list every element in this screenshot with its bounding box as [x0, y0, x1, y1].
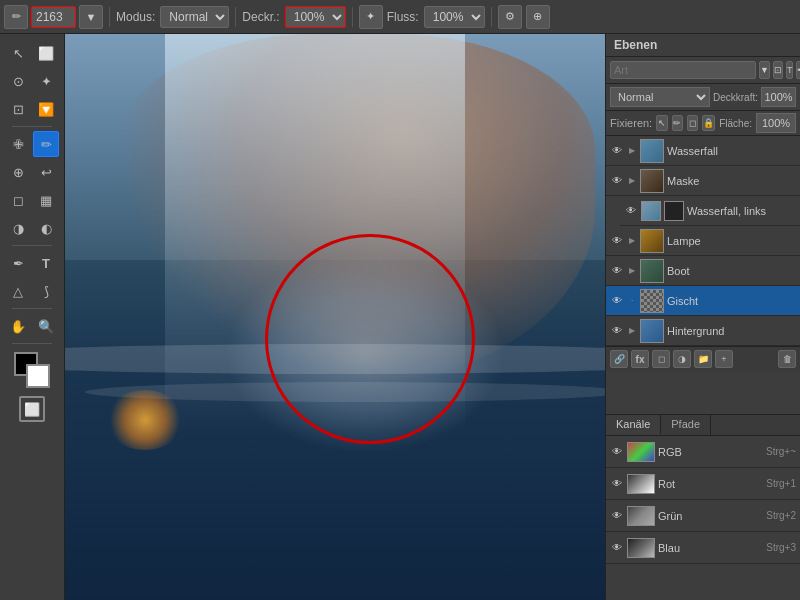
mask-icon[interactable]: ◻ [652, 350, 670, 368]
red-circle-annotation [265, 234, 475, 444]
burn-tool[interactable]: ◐ [33, 215, 59, 241]
adjustment-icon[interactable]: ◑ [673, 350, 691, 368]
brush-icon-btn[interactable]: ✏ [4, 5, 28, 29]
smoothing-btn[interactable]: ⚙ [498, 5, 522, 29]
expand-boot[interactable]: ▶ [627, 266, 637, 276]
channel-row-gruen[interactable]: 👁 Grün Strg+2 [606, 500, 800, 532]
pen-tool[interactable]: ✒ [5, 250, 31, 276]
tool-row-9: △ ⟆ [5, 278, 59, 304]
eye-rot[interactable]: 👁 [610, 477, 624, 491]
tool-row-10: ✋ 🔍 [5, 313, 59, 339]
spot-heal-tool[interactable]: ✙ [5, 131, 31, 157]
thumb-blau [627, 538, 655, 558]
quick-mask-btn[interactable]: ⬜ [19, 396, 45, 422]
search-dropdown-btn[interactable]: ▼ [759, 61, 770, 79]
screen-mode-row: ⬜ [19, 396, 45, 422]
link-icon[interactable]: 🔗 [610, 350, 628, 368]
fix-all-btn[interactable]: 🔒 [702, 115, 715, 131]
fix-position-btn[interactable]: ↖ [656, 115, 667, 131]
layers-search-input[interactable] [610, 61, 756, 79]
sep2 [235, 7, 236, 27]
layer-row-wasserfall-links[interactable]: 👁 Wasserfall, links [620, 196, 800, 226]
brush-tool[interactable]: ✏ [33, 131, 59, 157]
shape-tool[interactable]: △ [5, 278, 31, 304]
tool-row-4: ✙ ✏ [5, 131, 59, 157]
extra-btn[interactable]: ⊕ [526, 5, 550, 29]
layer-row-hintergrund[interactable]: 👁 ▶ Hintergrund [606, 316, 800, 346]
fx-icon[interactable]: fx [631, 350, 649, 368]
airbrush-btn[interactable]: ✦ [359, 5, 383, 29]
dodge-tool[interactable]: ◑ [5, 215, 31, 241]
expand-hintergrund[interactable]: ▶ [627, 326, 637, 336]
hand-tool[interactable]: ✋ [5, 313, 31, 339]
mode-dropdown[interactable]: Normal [160, 6, 229, 28]
expand-wasserfall[interactable]: ▶ [627, 146, 637, 156]
channel-row-blau[interactable]: 👁 Blau Strg+3 [606, 532, 800, 564]
tools-sep-2 [12, 245, 52, 246]
eye-wasserfall-links[interactable]: 👁 [624, 204, 638, 218]
gradient-tool[interactable]: ▦ [33, 187, 59, 213]
fix-transparency-btn[interactable]: ◻ [687, 115, 698, 131]
mode-label: Modus: [116, 10, 155, 24]
layers-icon-btn1[interactable]: ⊡ [773, 61, 783, 79]
layers-icon-btn2[interactable]: T [786, 61, 794, 79]
eye-lampe[interactable]: 👁 [610, 234, 624, 248]
select-tool[interactable]: ⬜ [33, 40, 59, 66]
quick-select-tool[interactable]: ✦ [33, 68, 59, 94]
background-color[interactable] [26, 364, 50, 388]
lasso-tool[interactable]: ⊙ [5, 68, 31, 94]
brush-size-box[interactable]: 2163 [31, 6, 76, 28]
eraser-tool[interactable]: ◻ [5, 187, 31, 213]
crop-tool[interactable]: ⊡ [5, 96, 31, 122]
folder-icon[interactable]: 📁 [694, 350, 712, 368]
layers-blend-mode[interactable]: Normal [610, 87, 710, 107]
eye-wasserfall[interactable]: 👁 [610, 144, 624, 158]
canvas-area[interactable] [65, 34, 605, 600]
tab-pfade[interactable]: Pfade [661, 415, 711, 435]
text-tool[interactable]: T [33, 250, 59, 276]
history-brush-tool[interactable]: ↩ [33, 159, 59, 185]
flow-dropdown[interactable]: 100% [424, 6, 485, 28]
layer-row-maske[interactable]: 👁 ▶ Maske [606, 166, 800, 196]
expand-maske[interactable]: ▶ [627, 176, 637, 186]
layer-row-lampe[interactable]: 👁 ▶ Lampe [606, 226, 800, 256]
channel-name-rgb: RGB [658, 446, 763, 458]
eye-boot[interactable]: 👁 [610, 264, 624, 278]
expand-lampe[interactable]: ▶ [627, 236, 637, 246]
zoom-tool[interactable]: 🔍 [33, 313, 59, 339]
layers-panel: Ebenen ▼ ⊡ T ✒ ⊕ Normal Deckkraft: [606, 34, 800, 415]
move-tool[interactable]: ↖ [5, 40, 31, 66]
path-tool[interactable]: ⟆ [33, 278, 59, 304]
layers-icon-btn3[interactable]: ✒ [796, 61, 800, 79]
layers-search-row: ▼ ⊡ T ✒ ⊕ [606, 57, 800, 84]
channel-row-rgb[interactable]: 👁 RGB Strg+~ [606, 436, 800, 468]
tab-kanale[interactable]: Kanäle [606, 415, 661, 435]
eye-blau[interactable]: 👁 [610, 541, 624, 555]
eye-gischt[interactable]: 👁 [610, 294, 624, 308]
expand-gischt[interactable]: · [627, 296, 637, 306]
new-layer-icon[interactable]: + [715, 350, 733, 368]
tool-row-3: ⊡ 🔽 [5, 96, 59, 122]
flaeche-input[interactable] [756, 113, 796, 133]
eye-gruen[interactable]: 👁 [610, 509, 624, 523]
eyedropper-tool[interactable]: 🔽 [33, 96, 59, 122]
eye-maske[interactable]: 👁 [610, 174, 624, 188]
layer-row-gischt[interactable]: 👁 · Gischt [606, 286, 800, 316]
fix-brush-btn[interactable]: ✏ [672, 115, 683, 131]
channel-row-rot[interactable]: 👁 Rot Strg+1 [606, 468, 800, 500]
eye-hintergrund[interactable]: 👁 [610, 324, 624, 338]
thumb-maske [640, 169, 664, 193]
brush-options-btn[interactable]: ▼ [79, 5, 103, 29]
eye-rgb[interactable]: 👁 [610, 445, 624, 459]
opacity-label: Deckkraft: [713, 92, 758, 103]
delete-layer-icon[interactable]: 🗑 [778, 350, 796, 368]
layers-bottom-bar: 🔗 fx ◻ ◑ 📁 + 🗑 [606, 346, 800, 371]
fg-bg-color[interactable] [14, 352, 50, 388]
layers-opacity-input[interactable] [761, 87, 796, 107]
opacity-dropdown[interactable]: 100% [285, 6, 346, 28]
layer-row-wasserfall[interactable]: 👁 ▶ Wasserfall [606, 136, 800, 166]
layer-name-boot: Boot [667, 265, 796, 277]
layer-row-boot[interactable]: 👁 ▶ Boot [606, 256, 800, 286]
opacity-label: Deckr.: [242, 10, 279, 24]
stamp-tool[interactable]: ⊕ [5, 159, 31, 185]
